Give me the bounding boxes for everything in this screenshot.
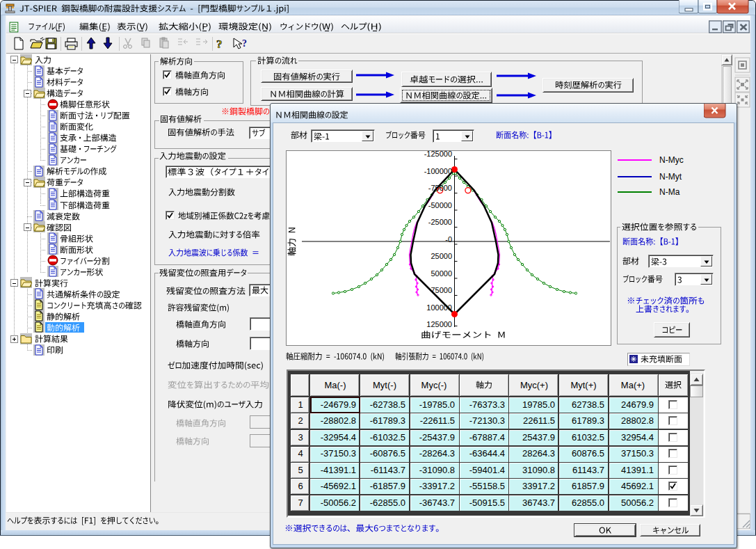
- svg-text:?: ?: [242, 38, 247, 49]
- svg-text:?: ?: [216, 38, 223, 51]
